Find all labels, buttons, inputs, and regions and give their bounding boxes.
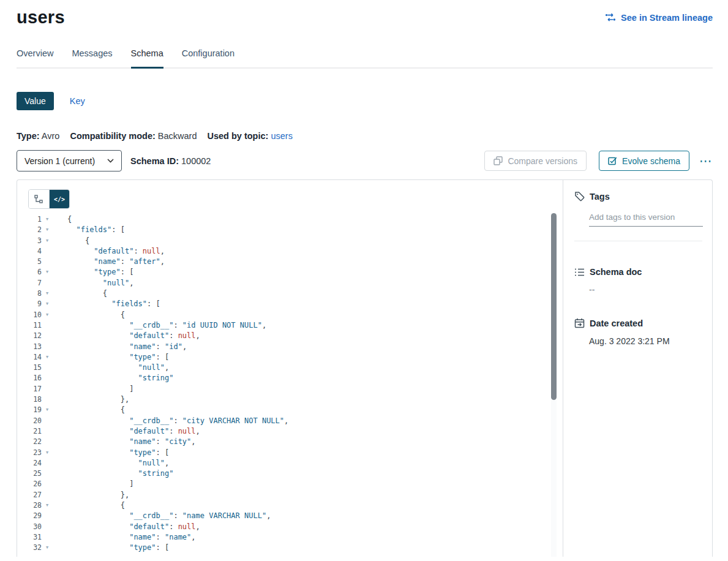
schema-editor: </> 1▼{2▼ "fields": [3▼ {4 "default": nu…	[17, 180, 563, 557]
code-text: "type": [	[53, 448, 169, 458]
schema-doc-title: Schema doc	[590, 267, 642, 277]
line-number: 5	[17, 257, 42, 267]
code-line: 21 "default": null,	[17, 426, 563, 437]
code-text: "fields": [	[53, 299, 160, 309]
line-number: 19	[17, 405, 42, 415]
schema-doc-section: Schema doc --	[574, 267, 702, 295]
code-line: 4 "default": null,	[17, 246, 563, 257]
fold-toggle-icon[interactable]: ▼	[42, 267, 53, 277]
line-number: 4	[17, 246, 42, 257]
evolve-schema-button[interactable]: Evolve schema	[599, 151, 689, 171]
code-text: {	[53, 310, 125, 320]
fold-toggle-icon[interactable]: ▼	[42, 236, 53, 246]
fold-spacer	[42, 458, 53, 469]
line-number: 12	[17, 331, 42, 341]
calendar-icon	[574, 318, 585, 328]
version-select[interactable]: Version 1 (current)	[17, 150, 122, 171]
meta-type-value: Avro	[42, 131, 60, 141]
line-number: 20	[17, 416, 42, 426]
schema-doc-value: --	[589, 285, 702, 295]
line-number: 14	[17, 352, 42, 363]
code-text: {	[53, 214, 72, 225]
line-number: 26	[17, 479, 42, 489]
fold-toggle-icon[interactable]: ▼	[42, 543, 53, 553]
page-title: users	[17, 7, 65, 28]
code-text: "string"	[53, 373, 173, 383]
compare-versions-button[interactable]: Compare versions	[484, 151, 587, 171]
code-line: 8▼ {	[17, 288, 563, 299]
editor-scrollbar-thumb[interactable]	[551, 213, 557, 400]
more-options-button[interactable]: ⋯	[699, 154, 713, 167]
meta-type-label: Type:	[17, 131, 40, 141]
code-text: "default": null,	[53, 522, 200, 532]
code-line: 27 },	[17, 490, 563, 500]
code-line: 31 "name": "name",	[17, 532, 563, 543]
line-number: 27	[17, 490, 42, 500]
add-tags-input[interactable]	[589, 211, 703, 227]
schema-panel: </> 1▼{2▼ "fields": [3▼ {4 "default": nu…	[17, 179, 713, 557]
tab-schema[interactable]: Schema	[131, 43, 163, 69]
code-text: "type": [	[53, 543, 169, 553]
tree-view-button[interactable]	[29, 190, 49, 208]
line-number: 9	[17, 299, 42, 309]
stream-lineage-link[interactable]: See in Stream lineage	[605, 13, 713, 23]
line-number: 7	[17, 278, 42, 288]
schema-controls-row: Version 1 (current) Schema ID: 100002 Co…	[17, 150, 713, 171]
code-line: 23▼ "type": [	[17, 448, 563, 458]
fold-spacer	[42, 437, 53, 447]
meta-topic-label: Used by topic:	[207, 131, 268, 141]
edit-schema-icon	[608, 156, 617, 165]
fold-toggle-icon[interactable]: ▼	[42, 214, 53, 225]
line-number: 1	[17, 214, 42, 225]
code-text: "null",	[53, 278, 133, 288]
line-number: 6	[17, 267, 42, 277]
code-text: "name": "city",	[53, 437, 196, 447]
code-view-icon: </>	[54, 196, 65, 203]
code-text: "__crdb__": "id UUID NOT NULL",	[53, 320, 266, 331]
fold-spacer	[42, 373, 53, 383]
date-created-title: Date created	[590, 318, 643, 328]
code-view-button[interactable]: </>	[49, 190, 69, 208]
fold-toggle-icon[interactable]: ▼	[42, 352, 53, 363]
code-text: "name": "name",	[53, 532, 196, 543]
tab-messages[interactable]: Messages	[72, 43, 112, 67]
version-select-value: Version 1 (current)	[24, 156, 95, 166]
tab-overview[interactable]: Overview	[17, 43, 53, 67]
line-number: 3	[17, 236, 42, 246]
code-line: 12 "default": null,	[17, 331, 563, 341]
compare-icon	[493, 156, 503, 165]
schema-id: Schema ID: 100002	[130, 156, 211, 166]
date-created-header: Date created	[574, 318, 702, 328]
fold-toggle-icon[interactable]: ▼	[42, 405, 53, 415]
meta-compatibility-value: Backward	[158, 131, 197, 141]
code-line: 24 "null",	[17, 458, 563, 469]
line-number: 10	[17, 310, 42, 320]
code-line: 22 "name": "city",	[17, 437, 563, 447]
fold-toggle-icon[interactable]: ▼	[42, 310, 53, 320]
line-number: 23	[17, 448, 42, 458]
line-number: 24	[17, 458, 42, 469]
fold-toggle-icon[interactable]: ▼	[42, 288, 53, 299]
key-toggle-link[interactable]: Key	[70, 96, 85, 106]
code-lines: 1▼{2▼ "fields": [3▼ {4 "default": null,5…	[17, 214, 563, 554]
tab-configuration[interactable]: Configuration	[182, 43, 235, 67]
code-line: 3▼ {	[17, 236, 563, 246]
fold-toggle-icon[interactable]: ▼	[42, 448, 53, 458]
line-number: 30	[17, 522, 42, 532]
fold-toggle-icon[interactable]: ▼	[42, 225, 53, 235]
tag-icon	[574, 191, 585, 201]
editor-view-toggle: </>	[28, 189, 70, 209]
fold-spacer	[42, 479, 53, 489]
tree-view-icon	[34, 195, 43, 203]
line-number: 8	[17, 288, 42, 299]
topic-link[interactable]: users	[271, 131, 292, 141]
code-text: {	[53, 500, 125, 511]
code-line: 26 ]	[17, 479, 563, 489]
fold-toggle-icon[interactable]: ▼	[42, 299, 53, 309]
code-text: "null",	[53, 363, 169, 373]
fold-toggle-icon[interactable]: ▼	[42, 500, 53, 511]
code-line: 25 "string"	[17, 469, 563, 479]
code-text: "name": "id",	[53, 342, 187, 352]
code-text: ]	[53, 479, 133, 489]
value-toggle-button[interactable]: Value	[17, 92, 54, 110]
